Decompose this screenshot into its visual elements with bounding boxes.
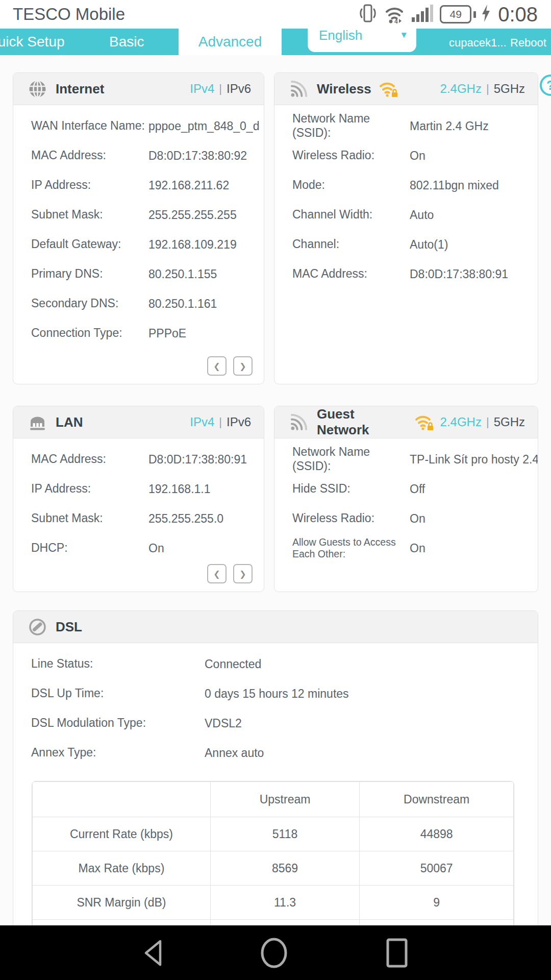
tab-quick-setup[interactable]: Quick Setup [0,29,65,55]
info-row: Subnet Mask:255.255.255.255 [13,200,264,230]
internet-ipv6-link[interactable]: IPv6 [222,82,256,96]
info-row: WAN Interface Name:pppoe_ptm_848_0_d [13,111,264,141]
field-value: PPPoE [148,327,186,340]
internet-card-title: Internet [56,81,104,97]
info-row: MAC Address:D8:0D:17:38:80:91 [274,259,538,289]
info-row: Mode:802.11bgn mixed [274,170,538,200]
vibrate-icon [359,3,377,26]
wireless-card: Wireless 2.4GHz | 5GHz Network Name (SSI… [274,72,538,384]
carrier-label: TESCO Mobile [13,5,125,24]
tab-basic[interactable]: Basic [109,29,144,55]
field-label: IP Address: [31,178,148,192]
home-button[interactable] [259,938,289,968]
table-cell: SNR Margin (dB) [33,886,211,920]
wireless-5ghz-link[interactable]: 5GHz [489,82,530,96]
field-value: 255.255.255.0 [148,512,223,526]
wireless-card-header: Wireless 2.4GHz | 5GHz [274,73,538,105]
internet-card: Internet IPv4 | IPv6 WAN Interface Name:… [13,72,264,384]
table-row: Max Rate (kbps) 8569 50067 [33,851,514,886]
table-header-cell [33,782,211,817]
guest-5ghz-link[interactable]: 5GHz [489,415,530,429]
field-label: Mode: [292,178,410,192]
dsl-card-title: DSL [56,619,82,635]
table-row: SNR Margin (dB) 11.3 9 [33,886,514,920]
info-row: IP Address:192.168.211.62 [13,170,264,200]
guest-24ghz-link[interactable]: 2.4GHz [436,415,486,429]
wireless-icon [290,413,308,431]
user-menu[interactable]: cupacek1... [449,29,507,55]
table-cell: 8569 [210,851,359,886]
table-cell: 9 [360,886,514,920]
android-status-bar: TESCO Mobile 4 [0,0,551,29]
prev-page-button[interactable]: ❮ [207,564,227,583]
field-label: Subnet Mask: [31,208,148,222]
field-label: DSL Up Time: [31,687,205,701]
field-value: On [148,542,164,555]
field-label: Default Gateway: [31,237,148,252]
lan-card-header: LAN IPv4 | IPv6 [13,406,264,438]
info-row: Annex Type:Annex auto [13,738,538,768]
android-nav-bar [0,925,551,980]
recents-square-icon [385,938,409,968]
field-value: 0 days 15 hours 12 minutes [205,687,349,701]
field-label: MAC Address: [31,149,148,163]
internet-card-body: WAN Interface Name:pppoe_ptm_848_0_d MAC… [13,105,264,348]
field-label: DSL Modulation Type: [31,716,205,730]
wifi-secured-icon [379,80,400,97]
field-label: Network Name (SSID): [292,445,410,473]
dsl-card-header: DSL [13,611,538,643]
prev-page-button[interactable]: ❮ [207,356,227,376]
info-row: Channel Width:Auto [274,200,538,230]
language-selected: English [319,28,362,43]
help-button[interactable]: ? [540,75,551,96]
info-row: DHCP:On [13,533,264,563]
lan-card-title: LAN [56,414,83,430]
info-row: Allow Guests to Access Each Other:On [274,533,538,563]
table-cell: Max Rate (kbps) [33,851,211,886]
field-label: WAN Interface Name: [31,119,148,133]
info-row: Channel:Auto(1) [274,230,538,259]
wireless-icon [290,80,308,98]
dsl-card: DSL Line Status:Connected DSL Up Time:0 … [13,610,538,948]
wireless-24ghz-link[interactable]: 2.4GHz [436,82,486,96]
question-mark-icon: ? [546,78,551,93]
field-label: Hide SSID: [292,482,410,496]
internet-ipv4-link[interactable]: IPv4 [185,82,219,96]
battery-percent: 49 [449,8,461,20]
recents-button[interactable] [382,938,412,968]
home-circle-icon [259,937,289,969]
clock: 0:08 [498,3,538,26]
wifi-secured-icon [414,413,436,431]
field-label: Line Status: [31,657,205,671]
field-value: D8:0D:17:38:80:91 [148,453,247,467]
field-value: 192.168.1.1 [148,482,211,496]
back-triangle-icon [141,938,165,968]
field-value: On [410,149,425,163]
dsl-phone-icon [29,618,46,636]
back-button[interactable] [138,938,168,968]
field-label: Annex Type: [31,746,205,760]
field-value: VDSL2 [205,717,242,730]
field-value: 255.255.255.255 [148,208,237,222]
table-header-row: Upstream Downstream [33,782,514,817]
field-label: Connection Type: [31,326,148,340]
info-row: Network Name (SSID):TP-Link Sít pro host… [274,445,538,474]
field-label: Subnet Mask: [31,511,148,526]
wireless-card-body: Network Name (SSID):Martin 2.4 GHz Wirel… [274,105,538,289]
svg-text:4: 4 [394,18,398,24]
reboot-button[interactable]: Reboot [510,29,546,55]
lan-ipv4-link[interactable]: IPv4 [185,415,219,429]
info-row: MAC Address:D8:0D:17:38:80:91 [13,445,264,474]
next-page-button[interactable]: ❯ [233,356,253,376]
field-label: Allow Guests to Access Each Other: [292,536,410,560]
tab-advanced[interactable]: Advanced [179,29,282,55]
field-value: 192.168.211.62 [148,179,229,192]
battery-terminal [473,11,476,18]
lan-ipv6-link[interactable]: IPv6 [222,415,256,429]
next-page-button[interactable]: ❯ [233,564,253,583]
field-label: Wireless Radio: [292,149,410,163]
field-value: Annex auto [205,746,264,760]
field-value: pppoe_ptm_848_0_d [148,119,259,133]
field-value: Connected [205,657,261,671]
field-label: Channel Width: [292,208,410,222]
